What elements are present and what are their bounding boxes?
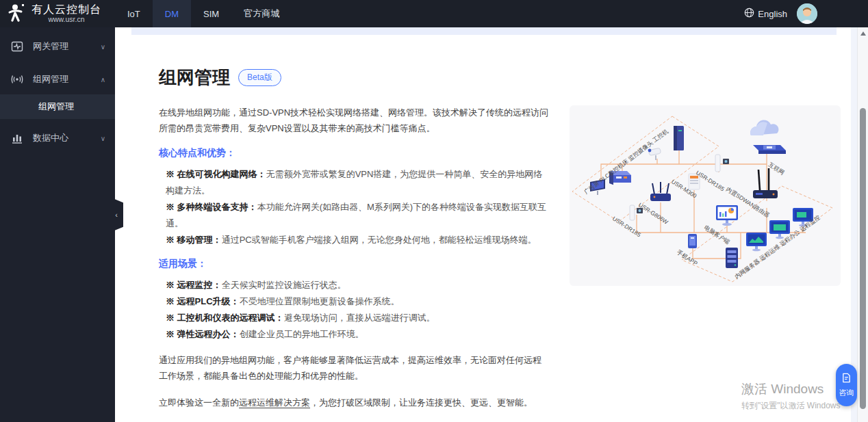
feature-item: ※ 多种终端设备支持：本功能允许网关(如路由器、M系列网关)下的各种终端设备实现… <box>166 199 549 232</box>
network-diagram-illustration: 广告屏 PLC数控机床 监控摄像头 工控机 USR-DR185 USR-M300… <box>570 105 841 286</box>
features-heading: 核心特点和优势： <box>159 147 549 159</box>
remote-monitor-1 <box>746 233 767 251</box>
app-window: 有人云控制台 www.usr.cn IoT DM SIM 官方商城 Englis… <box>0 0 868 422</box>
factory-devices-label: 广告屏 PLC数控机床 监控摄像头 工控机 <box>583 127 669 195</box>
industrial-pc-tower <box>674 126 684 150</box>
app-title: 有人云控制台 <box>31 4 101 16</box>
chevron-down-icon: ∨ <box>101 135 105 142</box>
features-list: ※ 在线可视化构建网络：无需额外宽带或繁复的VPN搭建，为您提供一种简单、安全的… <box>159 166 549 248</box>
scrolled-banner-edge <box>131 27 837 35</box>
sdwan-router <box>753 168 778 198</box>
feature-item: ※ 移动管理：通过PC或智能手机客户端接入组网，无论您身处何地，都能轻松运维现场… <box>166 232 549 248</box>
phone-app-label: 手机APP <box>676 248 699 267</box>
scroll-up-arrow[interactable] <box>860 31 866 36</box>
language-switcher[interactable]: English <box>744 8 787 20</box>
app-subtitle: www.usr.cn <box>48 16 84 23</box>
top-header: 有人云控制台 www.usr.cn IoT DM SIM 官方商城 Englis… <box>0 0 868 27</box>
scrollbar[interactable] <box>857 27 868 422</box>
chevron-up-icon: ∧ <box>101 76 105 83</box>
chevron-left-icon: ‹ <box>115 211 118 219</box>
usr-g806w-router <box>650 182 671 201</box>
usr-dr185-left-label: USR-DR185 <box>611 215 642 238</box>
tab-iot[interactable]: IoT <box>115 0 153 27</box>
consult-label: 咨询 <box>839 388 854 398</box>
internet-label: 互联网 <box>767 161 786 176</box>
scenario-item: ※ 远程监控：全天候实时监控设施运行状态。 <box>166 277 549 293</box>
scenario-item: ※ 远程PLC升级：不受地理位置限制地更新设备操作系统。 <box>166 293 549 310</box>
chevron-down-icon: ∨ <box>101 43 105 51</box>
sidebar-item-label: 组网管理 <box>33 73 101 85</box>
network-icon <box>11 73 23 85</box>
document-icon <box>841 373 852 384</box>
sidebar-item-datacenter[interactable]: 数据中心 ∨ <box>0 124 115 152</box>
scrollbar-thumb[interactable] <box>860 108 866 409</box>
datacenter-icon <box>11 132 23 144</box>
sidebar: 网关管理 ∨ 组网管理 ∧ 组网管理 <box>0 27 115 422</box>
scenario-item: ※ 弹性远程办公：创建企业员工的异地工作环境。 <box>166 326 549 343</box>
gateway-icon <box>11 40 23 53</box>
globe-icon <box>744 8 754 20</box>
sidebar-item-label: 数据中心 <box>33 132 101 144</box>
tab-dm[interactable]: DM <box>153 0 191 27</box>
scenarios-list: ※ 远程监控：全天候实时监控设施运行状态。 ※ 远程PLC升级：不受地理位置限制… <box>159 277 549 343</box>
surveillance-camera <box>648 148 661 160</box>
page-title: 组网管理 <box>159 66 230 90</box>
consult-floating-button[interactable]: 咨询 <box>836 364 857 406</box>
closing-paragraph-2: 立即体验这一全新的远程运维解决方案，为您打破区域限制，让业务连接更快、更远、更智… <box>159 395 549 410</box>
scenario-item: ※ 工控机和仪表的远程调试：避免现场访问，直接从远端进行调试。 <box>166 310 549 326</box>
intro-paragraph: 在线异地组网功能，通过SD-VPN技术轻松实现网络搭建、网络管理。该技术解决了传… <box>159 105 549 136</box>
underlined-phrase: 远程运维解决方案 <box>239 397 310 408</box>
sidebar-item-label: 网关管理 <box>33 40 101 53</box>
avatar[interactable] <box>797 3 817 24</box>
feature-item: ※ 在线可视化构建网络：无需额外宽带或繁复的VPN搭建，为您提供一种简单、安全的… <box>166 166 549 199</box>
usr-person-icon <box>7 3 26 25</box>
sidebar-item-networking[interactable]: 组网管理 ∧ <box>0 66 115 93</box>
intranet-server <box>726 248 738 268</box>
language-label: English <box>758 9 787 19</box>
cloud-internet <box>750 120 786 154</box>
primary-nav: IoT DM SIM 官方商城 <box>115 0 292 27</box>
closing-paragraph-1: 通过应用我们的异地组网功能，客户将能够显著降低运营成本，提高运维效率，无论面对任… <box>159 352 549 384</box>
beta-badge: Beta版 <box>238 69 281 86</box>
content-edge-strip <box>851 27 857 422</box>
phone-app-device <box>688 234 697 248</box>
tab-sim[interactable]: SIM <box>191 0 231 27</box>
sidebar-collapse-handle[interactable]: ‹ <box>110 197 123 233</box>
usr-dr185-top-device <box>715 155 729 172</box>
sidebar-subitem-networking-active[interactable]: 组网管理 <box>0 94 115 119</box>
tab-shop[interactable]: 官方商城 <box>231 0 292 27</box>
scenarios-heading: 适用场景： <box>159 258 549 270</box>
main-content: 组网管理 Beta版 在线异地组网功能，通过SD-VPN技术轻松实现网络搭建、网… <box>115 27 868 422</box>
logo[interactable]: 有人云控制台 www.usr.cn <box>0 3 115 25</box>
sidebar-item-gateway[interactable]: 网关管理 ∨ <box>0 33 115 60</box>
pc-client-monitor <box>716 205 738 226</box>
